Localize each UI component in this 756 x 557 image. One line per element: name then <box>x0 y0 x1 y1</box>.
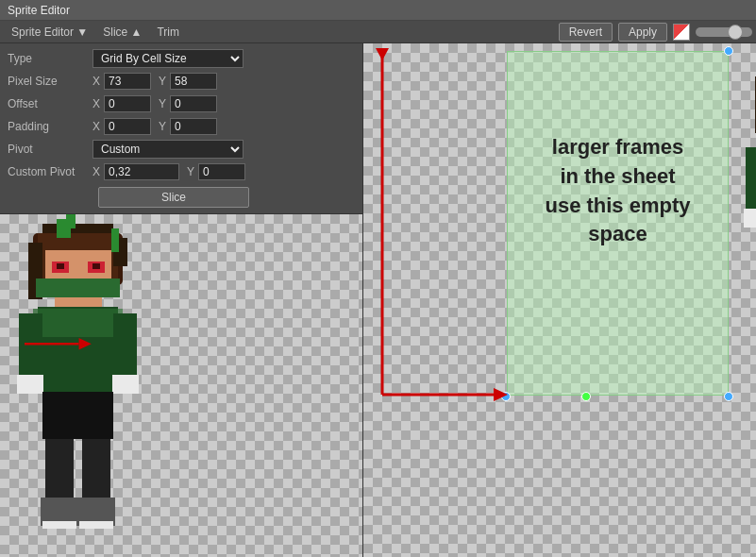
zoom-slider-thumb <box>728 25 743 40</box>
svg-rect-9 <box>57 263 64 269</box>
trim-menu[interactable]: Trim <box>149 24 187 41</box>
svg-marker-61 <box>376 48 389 60</box>
custom-pivot-y[interactable] <box>198 163 245 180</box>
custom-pivot-y-label: Y <box>187 165 194 178</box>
color-button[interactable] <box>673 24 690 41</box>
svg-rect-45 <box>746 147 756 213</box>
sprite-char-1 <box>9 214 146 549</box>
padding-x[interactable] <box>104 118 151 135</box>
offset-label: Offset <box>8 97 92 110</box>
slice-menu-label: Slice ▲ <box>103 25 142 39</box>
type-dropdown[interactable]: Grid By Cell Size Automatic Grid By Cell… <box>92 49 244 68</box>
handle-bottom-left[interactable] <box>501 392 511 401</box>
offset-x-label: X <box>92 97 100 110</box>
canvas-container[interactable]: larger framesin the sheetuse this emptys… <box>363 43 756 557</box>
offset-x[interactable] <box>104 95 151 112</box>
custom-pivot-row: Custom Pivot X Y <box>8 162 355 181</box>
pixel-size-label: Pixel Size <box>8 75 92 88</box>
svg-rect-10 <box>92 263 100 269</box>
pixel-size-y[interactable] <box>170 73 217 90</box>
svg-rect-0 <box>42 224 113 233</box>
svg-rect-11 <box>36 278 120 297</box>
svg-rect-18 <box>112 375 139 394</box>
zoom-slider[interactable] <box>696 27 752 37</box>
offset-y-label: Y <box>159 97 166 110</box>
left-canvas <box>0 214 362 557</box>
svg-rect-47 <box>744 209 756 228</box>
svg-rect-24 <box>42 521 76 529</box>
menu-bar: Sprite Editor ▼ Slice ▲ Trim Revert Appl… <box>0 21 756 43</box>
type-label: Type <box>8 52 92 65</box>
apply-button[interactable]: Apply <box>618 23 667 42</box>
svg-rect-27 <box>66 214 76 228</box>
offset-y[interactable] <box>170 95 217 112</box>
slice-button[interactable]: Slice <box>98 187 249 208</box>
pivot-group: Custom Center Top Left Top Top Right Lef… <box>92 140 355 159</box>
svg-rect-21 <box>82 439 110 505</box>
revert-button[interactable]: Revert <box>559 23 613 42</box>
trim-menu-label: Trim <box>157 25 179 39</box>
svg-rect-15 <box>19 313 42 380</box>
custom-pivot-label: Custom Pivot <box>8 165 92 178</box>
svg-rect-20 <box>45 439 74 505</box>
control-panel: Type Grid By Cell Size Automatic Grid By… <box>0 43 363 214</box>
padding-group: X Y <box>92 118 355 135</box>
pivot-label: Pivot <box>8 143 92 156</box>
svg-rect-25 <box>79 521 113 529</box>
menu-right: Revert Apply <box>559 23 752 42</box>
pivot-dropdown[interactable]: Custom Center Top Left Top Top Right Lef… <box>92 140 244 159</box>
svg-rect-14 <box>33 309 123 337</box>
svg-rect-12 <box>55 297 102 307</box>
pixel-size-x[interactable] <box>104 73 151 90</box>
offset-row: Offset X Y <box>8 94 355 113</box>
title-label: Sprite Editor <box>8 4 70 17</box>
body-area: Type Grid By Cell Size Automatic Grid By… <box>0 43 756 557</box>
pixel-x-label: X <box>92 75 100 88</box>
svg-rect-17 <box>17 375 43 394</box>
handle-bottom-right[interactable] <box>724 392 733 401</box>
slice-button-row: Slice <box>8 185 355 208</box>
svg-rect-19 <box>42 392 113 439</box>
left-panel: Type Grid By Cell Size Automatic Grid By… <box>0 43 363 557</box>
padding-y-label: Y <box>159 120 166 133</box>
app: Sprite Editor Sprite Editor ▼ Slice ▲ Tr… <box>0 0 756 557</box>
svg-rect-16 <box>113 313 137 380</box>
handle-bottom-center[interactable] <box>581 392 591 401</box>
type-group: Grid By Cell Size Automatic Grid By Cell… <box>92 49 355 68</box>
slice-menu[interactable]: Slice ▲ <box>95 24 149 41</box>
custom-pivot-x-label: X <box>92 165 100 178</box>
pixel-size-row: Pixel Size X Y <box>8 72 355 91</box>
pivot-row: Pivot Custom Center Top Left Top Top Rig… <box>8 140 355 159</box>
custom-pivot-x[interactable] <box>104 163 179 180</box>
sprite-char-2 <box>736 48 756 383</box>
padding-y[interactable] <box>170 118 217 135</box>
title-bar: Sprite Editor <box>0 0 756 21</box>
sprite-editor-menu[interactable]: Sprite Editor ▼ <box>4 24 95 41</box>
sprite-editor-menu-label: Sprite Editor ▼ <box>11 25 88 39</box>
offset-group: X Y <box>92 95 355 112</box>
custom-pivot-group: X Y <box>92 163 355 180</box>
padding-row: Padding X Y <box>8 117 355 136</box>
padding-x-label: X <box>92 120 100 133</box>
handle-top-right[interactable] <box>724 46 733 56</box>
type-row: Type Grid By Cell Size Automatic Grid By… <box>8 49 355 68</box>
pixel-size-group: X Y <box>92 73 355 90</box>
sprite-cell-highlight <box>507 51 729 396</box>
svg-rect-5 <box>111 228 119 252</box>
pixel-y-label: Y <box>159 75 166 88</box>
padding-label: Padding <box>8 120 92 133</box>
